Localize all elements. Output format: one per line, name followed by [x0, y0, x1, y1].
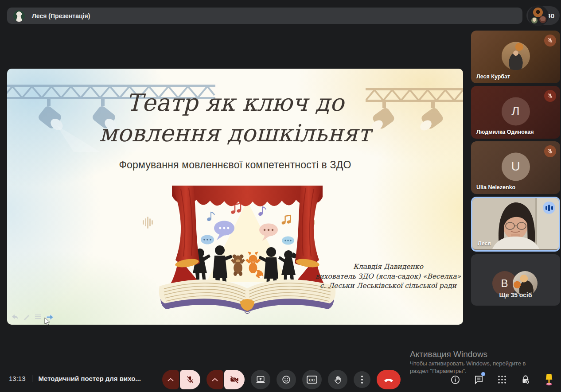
mic-muted-icon [544, 35, 556, 47]
call-end-icon [383, 377, 394, 382]
activities-button[interactable] [496, 373, 508, 386]
mic-muted-icon [544, 90, 556, 102]
shared-presentation-slide: Театр як ключ до мовлення дошкільнят Фор… [7, 69, 463, 325]
divider [32, 375, 32, 382]
bottom-right-icons [449, 373, 555, 386]
participant-tile-lesya-kurbat[interactable]: Леся Курбат [471, 31, 560, 83]
avatar-initial: U [502, 152, 530, 181]
camera-off-icon [230, 375, 239, 384]
call-controls: CC [162, 370, 401, 389]
presenter-avatar [13, 10, 25, 22]
soundwave-decoration [143, 215, 153, 230]
slide-subtitle: Формування мовленнєвої компетентності в … [7, 159, 463, 171]
pen-icon[interactable] [23, 314, 30, 320]
list-icon[interactable] [35, 314, 42, 320]
meet-window: Леся (Презентація) 40 [0, 0, 561, 392]
participant-name: Леся Курбат [476, 74, 510, 80]
unread-chat-dot [481, 372, 485, 376]
chevron-up-icon [168, 378, 174, 381]
presenter-banner[interactable]: Леся (Презентація) [7, 8, 522, 24]
participant-avatar-cluster[interactable] [528, 5, 549, 26]
windows-activation-watermark: Активация Windows Чтобы активировать Win… [410, 349, 526, 375]
speaking-audio-icon [543, 202, 555, 214]
slide-author-block: Клавдія Давиденко вихователь ЗДО (ясла-с… [315, 262, 461, 291]
participant-tile-ulia[interactable]: U Ulia Nelezenko [471, 141, 560, 194]
cluster-avatar [531, 17, 538, 23]
captions-button[interactable]: CC [302, 370, 322, 389]
lock-gear-icon [520, 374, 531, 385]
mic-control [162, 370, 200, 389]
camera-off-button[interactable] [224, 370, 245, 389]
clock: 13:13 [9, 375, 26, 382]
raise-hand-icon [333, 375, 343, 384]
chevron-up-icon [212, 378, 218, 381]
camera-options-chevron-button[interactable] [206, 370, 223, 389]
overflow-count-label: Ще 35 осіб [471, 291, 560, 299]
raise-hand-button[interactable] [328, 370, 347, 389]
grid-icon [498, 375, 506, 384]
theater-stage-illustration [154, 186, 340, 318]
presenter-label: Леся (Презентація) [32, 12, 90, 19]
undo-arrow-icon[interactable] [12, 314, 19, 320]
camera-control [206, 370, 245, 389]
reactions-button[interactable] [277, 370, 296, 389]
participant-name: Ulia Nelezenko [476, 184, 515, 190]
avatar [502, 42, 530, 70]
present-screen-icon [256, 375, 265, 384]
participant-name: Людмилка Одинокая [476, 129, 534, 135]
mic-muted-icon [544, 145, 556, 157]
present-screen-button[interactable] [251, 370, 270, 389]
pointer-highlight-icon [543, 373, 555, 386]
meeting-info: 13:13 Методичний постер для вихо... [9, 375, 141, 382]
avatar-initial: Л [502, 97, 530, 125]
more-vertical-icon [361, 376, 363, 384]
participant-tile-lesya-speaking[interactable]: Леся [471, 197, 560, 252]
chat-button[interactable] [473, 373, 484, 386]
meeting-title: Методичний постер для вихо... [39, 375, 141, 382]
mic-options-chevron-button[interactable] [162, 370, 179, 389]
info-button[interactable] [449, 373, 461, 386]
participant-tile-lyudmylka[interactable]: Л Людмилка Одинокая [471, 86, 560, 139]
emoji-smile-icon [281, 375, 291, 384]
slide-title: Театр як ключ до мовлення дошкільнят [7, 87, 463, 148]
leave-call-button[interactable] [377, 370, 401, 389]
info-icon [450, 375, 460, 385]
cluster-avatar [539, 16, 546, 23]
chat-icon [474, 375, 484, 385]
mic-muted-button[interactable] [180, 370, 200, 389]
mouse-cursor [44, 318, 51, 325]
more-options-button[interactable] [354, 371, 370, 388]
captions-icon: CC [307, 376, 318, 384]
mic-off-icon [186, 375, 195, 384]
participant-tile-overflow[interactable]: В Ще 35 осіб [471, 254, 560, 306]
participant-name: Леся [478, 241, 491, 247]
host-controls-button[interactable] [520, 373, 531, 386]
